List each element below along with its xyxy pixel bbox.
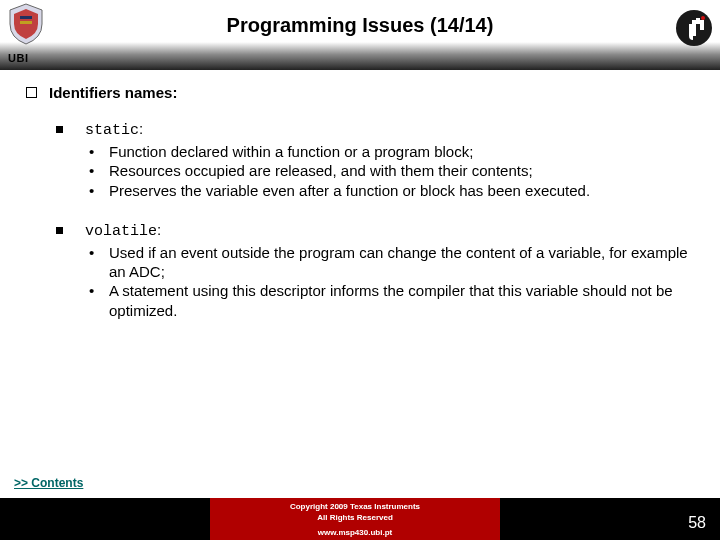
keyword-volatile: volatile <box>85 223 157 240</box>
solid-bullet-icon <box>56 126 63 133</box>
section-volatile: volatile: Used if an event outside the p… <box>56 220 694 320</box>
heading-text: Identifiers names: <box>49 84 177 101</box>
section-body: volatile: Used if an event outside the p… <box>85 220 694 320</box>
ubi-label: UBI <box>8 52 28 64</box>
page-number: 58 <box>688 514 706 532</box>
footer-copyright: Copyright 2009 Texas Instruments All Rig… <box>210 498 500 540</box>
contents-link[interactable]: >> Contents <box>14 476 83 490</box>
section-body: static: Function declared within a funct… <box>85 119 694 200</box>
svg-point-3 <box>701 16 705 20</box>
bullet-list: Used if an event outside the program can… <box>85 243 694 320</box>
copyright-line: Copyright 2009 Texas Instruments <box>210 502 500 513</box>
rights-line: All Rights Reserved <box>210 513 500 524</box>
hollow-bullet-icon <box>26 87 37 98</box>
footer: Copyright 2009 Texas Instruments All Rig… <box>0 498 720 540</box>
url-line: www.msp430.ubi.pt <box>210 528 500 539</box>
content: Identifiers names: static: Function decl… <box>0 70 720 320</box>
keyword-static: static <box>85 122 139 139</box>
ti-logo-icon <box>674 8 714 48</box>
list-item: Used if an event outside the program can… <box>85 243 694 281</box>
list-item: Preserves the variable even after a func… <box>85 181 694 200</box>
solid-bullet-icon <box>56 227 63 234</box>
bullet-list: Function declared within a function or a… <box>85 142 694 200</box>
heading-row: Identifiers names: <box>26 84 694 101</box>
header: UBI Programming Issues (14/14) <box>0 0 720 70</box>
list-item: Function declared within a function or a… <box>85 142 694 161</box>
page-title: Programming Issues (14/14) <box>0 14 720 37</box>
section-static: static: Function declared within a funct… <box>56 119 694 200</box>
list-item: Resources occupied are released, and wit… <box>85 161 694 180</box>
list-item: A statement using this descriptor inform… <box>85 281 694 319</box>
